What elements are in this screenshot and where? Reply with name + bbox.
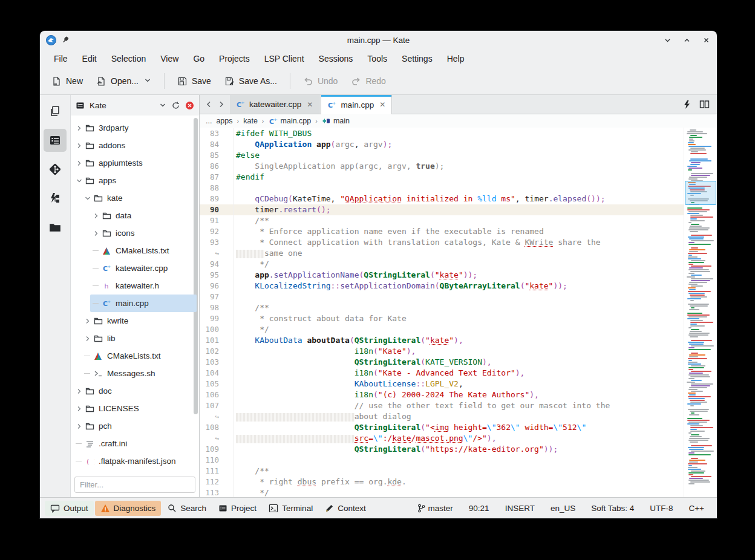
minimize-button[interactable] bbox=[662, 35, 672, 45]
menu-lsp-client[interactable]: LSP Client bbox=[258, 51, 311, 66]
menu-projects[interactable]: Projects bbox=[212, 51, 257, 66]
tree-item--flatpak-manifest-json[interactable]: ( ).flatpak-manifest.json bbox=[71, 452, 199, 470]
new-button[interactable]: New bbox=[46, 72, 88, 91]
menu-view[interactable]: View bbox=[154, 51, 185, 66]
code-line-103[interactable]: 103 QStringLiteral(KATE_VERSION), bbox=[200, 357, 684, 368]
minimap-scrollbar[interactable] bbox=[684, 128, 717, 497]
expander-collapsed-icon[interactable] bbox=[91, 230, 101, 237]
code-editor[interactable]: 83#ifdef WITH_DBUS84 QApplication app(ar… bbox=[200, 128, 684, 497]
statusbar-search-button[interactable]: Search bbox=[162, 501, 212, 516]
code-line-108[interactable]: 108 QStringLiteral("<img height=\"362\" … bbox=[200, 422, 684, 433]
status-utf-8[interactable]: UTF-8 bbox=[642, 504, 681, 513]
tree-item-doc[interactable]: doc bbox=[71, 382, 199, 400]
code-line-92[interactable]: 92 * Enforce application name even if th… bbox=[200, 226, 684, 237]
status-en-us[interactable]: en_US bbox=[543, 504, 583, 513]
titlebar[interactable]: main.cpp — Kate bbox=[40, 31, 717, 49]
tree-item-cmakelists-txt[interactable]: CMakeLists.txt bbox=[71, 242, 199, 259]
code-line-95[interactable]: 95 app.setApplicationName(QStringLiteral… bbox=[200, 270, 684, 281]
status-90-21[interactable]: 90:21 bbox=[461, 504, 497, 513]
refresh-icon[interactable] bbox=[171, 101, 180, 110]
code-line-102[interactable]: 102 i18n("Kate"), bbox=[200, 346, 684, 357]
tree-item-messages-sh[interactable]: Messages.sh bbox=[71, 365, 199, 382]
expander-collapsed-icon[interactable] bbox=[83, 317, 93, 325]
code-line-wrapped[interactable]: ↪about dialog bbox=[200, 411, 684, 422]
code-line-91[interactable]: 91 /** bbox=[200, 215, 684, 226]
menu-file[interactable]: File bbox=[47, 51, 74, 66]
expander-collapsed-icon[interactable] bbox=[74, 405, 84, 412]
close-panel-icon[interactable] bbox=[185, 101, 194, 110]
chevron-down-icon[interactable] bbox=[144, 76, 151, 86]
code-line-83[interactable]: 83#ifdef WITH_DBUS bbox=[200, 128, 684, 139]
breadcrumb-item-main[interactable]: main bbox=[322, 117, 350, 125]
expander-collapsed-icon[interactable] bbox=[74, 160, 84, 167]
projects-tool-button[interactable] bbox=[44, 129, 67, 152]
code-line-90[interactable]: 90 timer.restart(); bbox=[200, 204, 684, 215]
tab-close-icon[interactable]: ✕ bbox=[307, 100, 313, 109]
documents-tool-button[interactable] bbox=[44, 100, 67, 123]
code-line-85[interactable]: 85#else bbox=[200, 150, 684, 161]
code-line-107[interactable]: 107 // use the other text field to get o… bbox=[200, 400, 684, 411]
code-line-wrapped[interactable]: ↪src=\":/kate/mascot.png\"/>"), bbox=[200, 433, 684, 444]
tree-item-cmakelists-txt[interactable]: CMakeLists.txt bbox=[71, 347, 199, 365]
tree-item-addons[interactable]: addons bbox=[71, 137, 199, 154]
undo-button[interactable]: Undo bbox=[298, 72, 343, 91]
code-line-wrapped[interactable]: ↪same one bbox=[200, 248, 684, 259]
expander-collapsed-icon[interactable] bbox=[74, 125, 84, 132]
tab-back-button[interactable] bbox=[203, 100, 214, 108]
code-line-109[interactable]: 109 QStringLiteral("https://kate-editor.… bbox=[200, 444, 684, 455]
tab-katewaiter-cpp[interactable]: C++katewaiter.cpp✕ bbox=[230, 95, 319, 114]
tree-item-3rdparty[interactable]: 3rdparty bbox=[71, 119, 199, 137]
breadcrumb-item-main-cpp[interactable]: C++main.cpp bbox=[269, 117, 312, 126]
menu-help[interactable]: Help bbox=[440, 51, 471, 66]
expander-collapsed-icon[interactable] bbox=[83, 335, 93, 342]
filesystem-tool-button[interactable] bbox=[44, 216, 67, 239]
code-line-99[interactable]: 99 * construct about data for Kate bbox=[200, 313, 684, 324]
code-line-110[interactable]: 110 bbox=[200, 455, 684, 466]
code-line-113[interactable]: 113 */ bbox=[200, 487, 684, 497]
code-line-86[interactable]: 86 SingleApplication app(argc, argv, tru… bbox=[200, 161, 684, 172]
menu-sessions[interactable]: Sessions bbox=[312, 51, 360, 66]
git-tool-button[interactable] bbox=[44, 158, 67, 181]
tree-item-kwrite[interactable]: kwrite bbox=[71, 312, 199, 330]
save-as-button[interactable]: Save As... bbox=[219, 72, 283, 91]
expander-collapsed-icon[interactable] bbox=[74, 423, 84, 430]
split-view-icon[interactable] bbox=[699, 100, 710, 109]
tab-forward-button[interactable] bbox=[215, 100, 226, 108]
status-insert[interactable]: INSERT bbox=[497, 504, 543, 513]
statusbar-context-button[interactable]: Context bbox=[319, 501, 371, 516]
close-button[interactable] bbox=[701, 35, 711, 45]
menu-edit[interactable]: Edit bbox=[76, 51, 103, 66]
save-button[interactable]: Save bbox=[172, 72, 217, 91]
status-master[interactable]: master bbox=[410, 504, 461, 513]
tree-item-icons[interactable]: icons bbox=[71, 224, 199, 242]
tab-main-cpp[interactable]: C++main.cpp✕ bbox=[321, 95, 392, 114]
tree-item-lib[interactable]: lib bbox=[71, 330, 199, 347]
code-line-112[interactable]: 112 * right dbus prefix == org.kde. bbox=[200, 477, 684, 487]
status-soft-tabs-4[interactable]: Soft Tabs: 4 bbox=[583, 504, 642, 513]
statusbar-terminal-button[interactable]: Terminal bbox=[263, 501, 318, 516]
tree-item-katewaiter-cpp[interactable]: C++katewaiter.cpp bbox=[71, 259, 199, 277]
redo-button[interactable]: Redo bbox=[345, 72, 391, 91]
code-line-94[interactable]: 94 */ bbox=[200, 259, 684, 270]
code-line-111[interactable]: 111 /** bbox=[200, 466, 684, 477]
filter-input[interactable] bbox=[74, 477, 195, 493]
maximize-button[interactable] bbox=[682, 35, 691, 45]
expander-collapsed-icon[interactable] bbox=[74, 142, 84, 149]
code-line-89[interactable]: 89 qCDebug(KateTime, "QApplication initi… bbox=[200, 194, 684, 204]
code-line-105[interactable]: 105 KAboutLicense::LGPL_V2, bbox=[200, 379, 684, 389]
menu-tools[interactable]: Tools bbox=[361, 51, 394, 66]
tab-close-icon[interactable]: ✕ bbox=[379, 100, 385, 109]
code-line-88[interactable]: 88 bbox=[200, 183, 684, 194]
status-c-[interactable]: C++ bbox=[681, 504, 712, 513]
code-line-96[interactable]: 96 KLocalizedString::setApplicationDomai… bbox=[200, 281, 684, 291]
expander-collapsed-icon[interactable] bbox=[74, 388, 84, 395]
tree-item-pch[interactable]: pch bbox=[71, 417, 199, 435]
open-button[interactable]: Open... bbox=[91, 72, 157, 91]
lsp-tool-button[interactable] bbox=[44, 187, 67, 210]
statusbar-output-button[interactable]: Output bbox=[45, 501, 94, 516]
chevron-down-icon[interactable] bbox=[159, 102, 166, 109]
code-line-98[interactable]: 98 /** bbox=[200, 302, 684, 313]
tree-item--flatpak-manifest-json-license[interactable]: .flatpak-manifest.json.license bbox=[71, 470, 199, 474]
code-line-84[interactable]: 84 QApplication app(argc, argv); bbox=[200, 139, 684, 150]
tree-item-appiumtests[interactable]: appiumtests bbox=[71, 154, 199, 172]
